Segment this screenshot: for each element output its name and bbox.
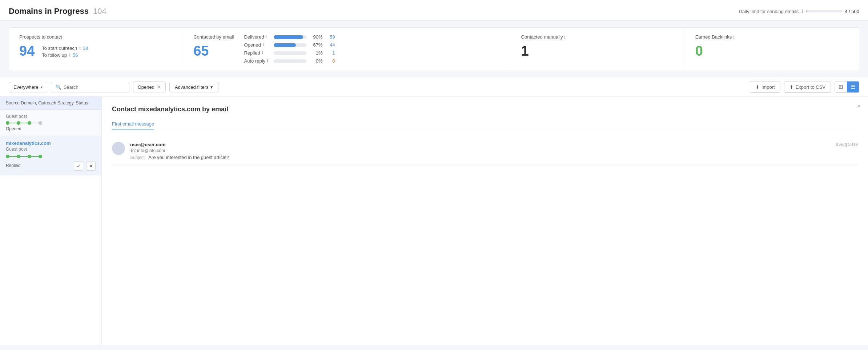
email-to: To: info@info.com — [130, 148, 858, 153]
opened-count: 44 — [326, 42, 335, 48]
delivered-count: 59 — [326, 34, 335, 40]
item-check-button[interactable]: ✓ — [74, 161, 83, 171]
prospects-total: 94 — [19, 44, 35, 58]
search-box[interactable]: 🔍 — [51, 82, 129, 92]
opened-info[interactable]: ℹ — [262, 43, 264, 47]
daily-limit-bar-fill — [806, 10, 807, 12]
page-title: Domains in Progress — [9, 7, 89, 16]
replied-info[interactable]: ℹ — [262, 51, 263, 55]
advanced-filters-chevron: ▾ — [210, 84, 213, 90]
replied-label: Replied ℹ — [244, 50, 270, 56]
location-dropdown[interactable]: Everywhere ▾ — [9, 82, 47, 92]
top-bar: Domains in Progress 104 Daily limit for … — [0, 0, 868, 21]
advanced-filters-button[interactable]: Advanced filters ▾ — [169, 82, 219, 92]
delivered-label: Delivered ℹ — [244, 34, 270, 40]
list-item-mixedanalytics[interactable]: mixedanalytics.com Guest post Replied ✓ … — [0, 136, 101, 175]
search-input[interactable] — [64, 84, 125, 90]
followup-label: To follow up — [42, 52, 67, 58]
page-title-area: Domains in Progress 104 — [9, 7, 107, 16]
outreach-info-icon[interactable]: ℹ — [79, 46, 81, 51]
manual-total: 1 — [521, 44, 675, 58]
list-item-placeholder[interactable]: Guest post Opened — [0, 110, 101, 136]
detail-close-button[interactable]: × — [857, 103, 861, 110]
dot3 — [28, 121, 31, 125]
active-filter-label: Opened — [138, 84, 154, 90]
dot3 — [28, 155, 31, 158]
remove-filter-icon[interactable]: ✕ — [157, 84, 161, 90]
filter-bar-right: ⬇ Import ⬆ Export to CSV ⊞ ☰ — [750, 81, 859, 93]
active-filter-tag: Opened ✕ — [133, 81, 166, 92]
backlinks-total: 0 — [695, 44, 849, 58]
sidebar-list: Source Domain, Outreach Strategy, Status… — [0, 97, 102, 345]
main-content: Source Domain, Outreach Strategy, Status… — [0, 97, 868, 345]
email-row-opened: Opened ℹ 67% 44 — [244, 42, 500, 48]
autoreply-count: 0 — [326, 58, 335, 64]
backlinks-info-icon[interactable]: ℹ — [733, 35, 735, 39]
line1 — [9, 156, 17, 157]
daily-limit-info-icon[interactable]: ℹ — [801, 9, 803, 14]
email-header: user@user.com 8 Aug 2019 — [130, 142, 858, 147]
opened-bar — [274, 43, 306, 47]
email-title: Contacted by email — [193, 34, 234, 40]
location-chevron: ▾ — [41, 85, 43, 89]
email-to-value: info@info.com — [137, 148, 165, 153]
export-icon: ⬆ — [789, 84, 793, 90]
outreach-value[interactable]: 38 — [83, 45, 88, 51]
email-total: 65 — [193, 44, 209, 58]
dot1 — [6, 155, 9, 158]
autoreply-bar — [274, 59, 306, 63]
view-list-button[interactable]: ☰ — [847, 81, 859, 92]
filter-bar: Everywhere ▾ 🔍 Opened ✕ Advanced filters… — [0, 77, 868, 97]
export-button[interactable]: ⬆ Export to CSV — [784, 81, 831, 93]
email-rows: Delivered ℹ 90% 59 Opened ℹ 67% — [244, 34, 500, 64]
import-button[interactable]: ⬇ Import — [750, 81, 780, 93]
item-progress — [6, 155, 96, 158]
search-icon: 🔍 — [56, 84, 61, 90]
email-avatar — [112, 142, 125, 155]
email-card: user@user.com 8 Aug 2019 To: info@info.c… — [112, 137, 858, 166]
email-row-replied: Replied ℹ 1% 1 — [244, 50, 500, 56]
dot4 — [39, 155, 42, 158]
email-card-body: user@user.com 8 Aug 2019 To: info@info.c… — [130, 142, 858, 160]
detail-tabs: First email message — [112, 118, 858, 130]
manual-info-icon[interactable]: ℹ — [564, 35, 566, 39]
subject-value: Are you interested in the guest article? — [148, 155, 229, 160]
item-close-button[interactable]: ✕ — [86, 161, 96, 171]
opened-pct: 67% — [310, 42, 322, 48]
delivered-pct: 90% — [310, 34, 322, 40]
email-from: user@user.com — [130, 142, 165, 147]
daily-limit-value: 4 / 500 — [845, 9, 859, 14]
stats-email: Contacted by email 65 Delivered ℹ 90% 59… — [183, 28, 511, 71]
tab-first-email[interactable]: First email message — [112, 118, 154, 130]
advanced-filters-label: Advanced filters — [175, 84, 209, 90]
placeholder-progress — [6, 121, 96, 125]
outreach-label: To start outreach — [42, 45, 77, 51]
autoreply-info[interactable]: ℹ — [267, 59, 268, 63]
email-row-delivered: Delivered ℹ 90% 59 — [244, 34, 500, 40]
dot4 — [39, 121, 42, 125]
daily-limit-bar-bg — [806, 10, 843, 12]
manual-title: Contacted manually ℹ — [521, 34, 675, 40]
email-date: 8 Aug 2019 — [836, 142, 858, 147]
sidebar-header: Source Domain, Outreach Strategy, Status — [0, 97, 101, 110]
line1 — [9, 123, 17, 123]
prospects-title: Prospects to contact — [19, 34, 173, 40]
replied-pct: 1% — [310, 50, 322, 56]
email-row-autoreply: Auto reply ℹ 0% 0 — [244, 58, 500, 64]
view-grid-button[interactable]: ⊞ — [835, 81, 847, 92]
page-count: 104 — [93, 7, 107, 16]
replied-count: 1 — [326, 50, 335, 56]
stats-row-outreach: To start outreach ℹ 38 — [42, 45, 88, 51]
line2 — [20, 123, 28, 123]
view-toggle: ⊞ ☰ — [835, 81, 859, 93]
followup-info-icon[interactable]: ℹ — [69, 53, 71, 57]
delivered-bar — [274, 35, 306, 39]
placeholder-strategy: Guest post — [6, 114, 96, 119]
email-big-area: Contacted by email 65 — [193, 34, 234, 58]
delivered-info[interactable]: ℹ — [265, 35, 267, 39]
followup-value[interactable]: 56 — [73, 52, 78, 58]
line3 — [31, 156, 39, 157]
subject-label: Subject: — [130, 155, 146, 160]
detail-panel: × Contact mixedanalytics.com by email Fi… — [102, 97, 868, 345]
stats-manual: Contacted manually ℹ 1 — [511, 28, 685, 71]
